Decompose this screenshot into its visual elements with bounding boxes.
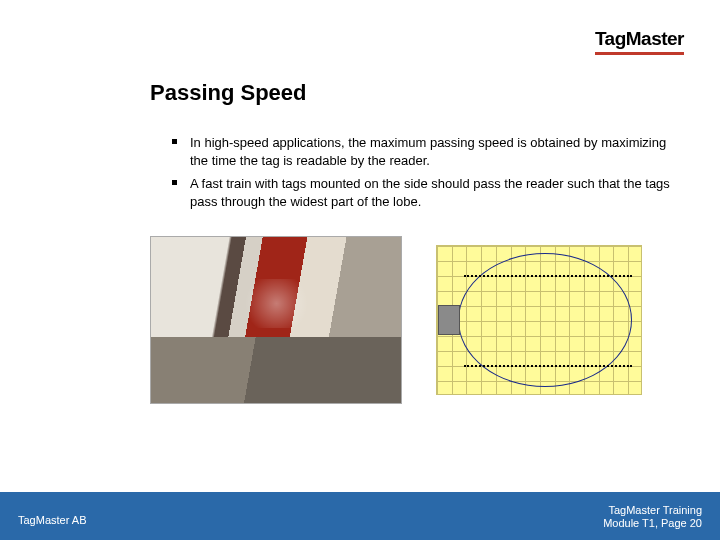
brand-name: TagMaster <box>595 28 684 49</box>
footer-page-number: Module T1, Page 20 <box>603 517 702 530</box>
footer-company: TagMaster AB <box>18 514 86 526</box>
footer-training-title: TagMaster Training <box>603 504 702 517</box>
path-line-bottom <box>464 365 632 367</box>
footer-page-info: TagMaster Training Module T1, Page 20 <box>603 504 702 530</box>
lobe-diagram <box>436 245 642 395</box>
bullet-item: In high-speed applications, the maximum … <box>172 134 684 169</box>
image-row <box>150 236 684 404</box>
reader-icon <box>438 305 460 335</box>
train-photo <box>150 236 402 404</box>
bullet-list: In high-speed applications, the maximum … <box>150 134 684 210</box>
bullet-item: A fast train with tags mounted on the si… <box>172 175 684 210</box>
slide-title: Passing Speed <box>150 80 684 106</box>
brand-logo: TagMaster <box>595 28 684 55</box>
path-line-top <box>464 275 632 277</box>
slide-content: Passing Speed In high-speed applications… <box>150 80 684 404</box>
